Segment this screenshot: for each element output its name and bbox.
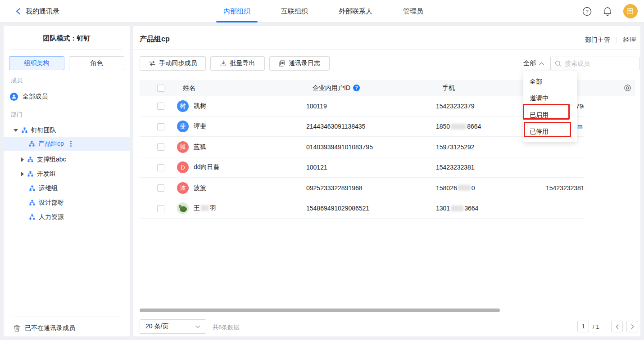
page-size-value: 20 条/页: [145, 322, 168, 331]
user-avatar[interactable]: 田: [623, 4, 638, 18]
help-icon[interactable]: ?: [582, 6, 592, 16]
status-filter-trigger[interactable]: 全部: [523, 56, 544, 71]
download-icon: [220, 60, 227, 67]
prev-page-button[interactable]: [611, 321, 623, 332]
dept-manager-link[interactable]: 部门主管: [585, 36, 610, 44]
member-section-label: 成员: [11, 76, 23, 85]
member-userid: 0925233322891968: [306, 178, 363, 198]
members-icon: [10, 93, 18, 101]
column-header-phone: 手机: [442, 84, 455, 92]
horizontal-scrollbar[interactable]: [140, 309, 500, 312]
search-box: [550, 57, 639, 70]
select-all-checkbox[interactable]: [157, 85, 164, 92]
chevron-down-icon: [195, 325, 200, 328]
table-row[interactable]: D dd向日葵 100121 15423232381: [140, 157, 584, 178]
batch-export-button[interactable]: 批量导出: [210, 56, 265, 71]
org-icon: [27, 157, 33, 162]
sidebar: 团队模式：钉钉 组织架构 角色 成员 全部成员 部门 钉钉团队 产品组cp: [4, 26, 130, 336]
contact-log-label: 通讯录日志: [289, 59, 320, 67]
dept-section-label: 部门: [11, 111, 23, 119]
member-name: dd向日葵: [194, 163, 220, 171]
tab-admin[interactable]: 管理员: [388, 0, 439, 22]
question-badge-icon[interactable]: ?: [353, 85, 360, 91]
tree-node-label: 支撑组abc: [37, 156, 66, 164]
caret-down-icon[interactable]: [14, 129, 18, 132]
column-header-userid: 企业内用户ID ?: [313, 84, 360, 92]
tree-node-design-dept[interactable]: 设计部呀: [4, 196, 130, 210]
tab-internal-org[interactable]: 内部组织: [208, 0, 266, 22]
chevron-left-icon: [616, 324, 619, 329]
member-name: 波波: [194, 184, 206, 192]
member-userid: 154869491029086521: [306, 198, 369, 219]
divider: [11, 317, 122, 317]
org-structure-button[interactable]: 组织架构: [9, 56, 64, 70]
org-icon: [29, 200, 35, 206]
caret-right-icon[interactable]: [21, 157, 24, 162]
more-options-icon[interactable]: [70, 141, 72, 147]
divider: [617, 37, 617, 43]
blurred-text: [451, 124, 466, 130]
avatar: D: [177, 161, 189, 173]
topbar-icons: ? 田: [582, 0, 638, 22]
tree-node-ops-group[interactable]: 运维组: [4, 181, 130, 195]
tree-node-dev-group[interactable]: 开发组: [4, 167, 130, 181]
manual-sync-button[interactable]: 手动同步成员: [140, 56, 206, 71]
tree-node-label: 人力资源: [39, 213, 64, 221]
table-row[interactable]: 狐 蓝狐 0140393949101083795 15973125292: [140, 137, 584, 157]
role-button[interactable]: 角色: [69, 56, 124, 70]
tree-node-label: 设计部呀: [39, 199, 64, 207]
row-checkbox[interactable]: [157, 205, 164, 212]
member-phone: 15973125292: [436, 137, 475, 157]
filter-option-all[interactable]: 全部: [523, 73, 577, 90]
chevron-right-icon: [631, 324, 634, 329]
table-row[interactable]: 树 凯树 100119 15423232379: [140, 96, 584, 116]
sidebar-item-all-members[interactable]: 全部成员: [4, 90, 130, 103]
table-row[interactable]: 斐 谭斐 21443463091138435 18508664: [140, 116, 584, 137]
avatar: 狐: [177, 141, 189, 153]
tree-node-hr[interactable]: 人力资源: [4, 210, 130, 224]
batch-export-label: 批量导出: [230, 59, 255, 67]
total-count-label: 共6条数据: [213, 323, 239, 331]
tree-node-root[interactable]: 钉钉团队: [4, 123, 130, 137]
tree-node-support-group[interactable]: 支撑组abc: [4, 152, 130, 166]
column-settings-gear-icon[interactable]: [624, 84, 631, 92]
manual-sync-label: 手动同步成员: [159, 59, 197, 67]
org-icon: [29, 185, 35, 191]
row-checkbox[interactable]: [157, 103, 164, 110]
row-checkbox[interactable]: [157, 123, 164, 130]
tab-external-contacts[interactable]: 外部联系人: [323, 0, 388, 22]
filter-option-inviting[interactable]: 邀请中: [523, 90, 577, 107]
tree-node-label: 钉钉团队: [31, 126, 56, 134]
avatar-image: [177, 202, 189, 214]
svg-text:?: ?: [585, 9, 588, 14]
member-userid: 21443463091138435: [306, 116, 365, 137]
table-row[interactable]: 王羽 154869491029086521 13013664: [140, 198, 584, 219]
tree-node-label: 运维组: [39, 184, 58, 192]
next-page-button[interactable]: [626, 321, 638, 332]
contact-log-button[interactable]: 通讯录日志: [269, 56, 330, 71]
member-userid: 100121: [306, 157, 327, 178]
row-checkbox[interactable]: [157, 164, 164, 171]
org-icon: [22, 127, 27, 133]
removed-members-link[interactable]: 已不在通讯录成员: [4, 320, 130, 336]
manager-link[interactable]: 经理: [623, 36, 636, 44]
divider: [133, 49, 640, 50]
table-row[interactable]: 波 波波 0925233322891968 1580260: [140, 178, 584, 198]
row-checkbox[interactable]: [157, 143, 164, 151]
filter-option-enabled[interactable]: 已启用: [523, 107, 577, 123]
tab-linked-org[interactable]: 互联组织: [266, 0, 323, 22]
page-number-input[interactable]: 1: [577, 321, 589, 332]
row-checkbox[interactable]: [157, 184, 164, 192]
caret-right-icon[interactable]: [21, 172, 24, 176]
avatar: 波: [177, 182, 189, 194]
back-nav[interactable]: 我的通讯录: [15, 0, 59, 22]
notification-bell-icon[interactable]: [603, 6, 612, 16]
member-name: 谭斐: [194, 122, 206, 130]
sidebar-item-label: 全部成员: [23, 93, 48, 101]
top-tabs: 内部组织 互联组织 外部联系人 管理员: [208, 0, 439, 22]
member-name: 凯树: [194, 102, 206, 110]
page-size-select[interactable]: 20 条/页: [140, 319, 206, 334]
tree-node-product-group[interactable]: 产品组cp: [4, 137, 130, 151]
search-input[interactable]: [565, 60, 628, 67]
filter-option-disabled[interactable]: 已停用: [523, 123, 577, 140]
